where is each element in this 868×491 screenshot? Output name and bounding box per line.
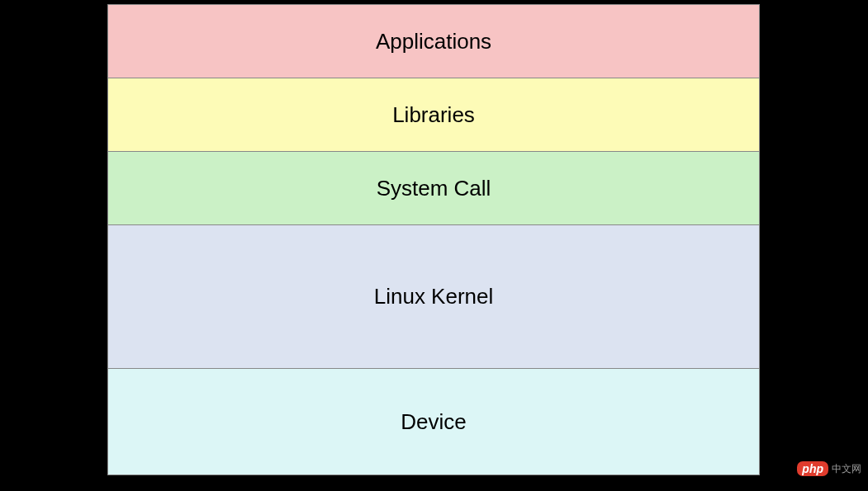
layer-applications-label: Applications <box>376 29 491 54</box>
watermark-text: 中文网 <box>832 462 861 476</box>
layer-device-label: Device <box>401 409 466 435</box>
layer-system-call: System Call <box>107 151 760 225</box>
layer-stack-diagram: Applications Libraries System Call Linux… <box>107 4 760 475</box>
layer-device: Device <box>107 368 760 475</box>
layer-applications: Applications <box>107 4 760 78</box>
layer-libraries: Libraries <box>107 78 760 152</box>
layer-libraries-label: Libraries <box>392 102 475 128</box>
watermark-badge: php <box>797 461 828 476</box>
layer-system-call-label: System Call <box>377 176 491 201</box>
layer-linux-kernel-label: Linux Kernel <box>374 284 494 309</box>
layer-linux-kernel: Linux Kernel <box>107 224 760 369</box>
watermark: php 中文网 <box>797 461 861 476</box>
